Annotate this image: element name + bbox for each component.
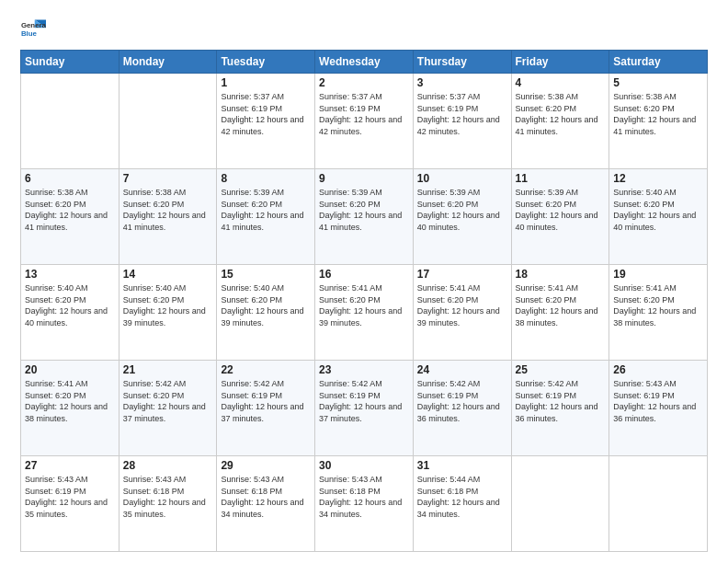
day-info: Sunrise: 5:42 AM Sunset: 6:19 PM Dayligh… xyxy=(516,378,606,424)
calendar-cell xyxy=(511,456,609,552)
day-info: Sunrise: 5:44 AM Sunset: 6:18 PM Dayligh… xyxy=(417,474,507,520)
day-info: Sunrise: 5:42 AM Sunset: 6:19 PM Dayligh… xyxy=(221,378,311,424)
day-info: Sunrise: 5:39 AM Sunset: 6:20 PM Dayligh… xyxy=(319,187,409,233)
day-number: 11 xyxy=(516,172,606,185)
day-info: Sunrise: 5:37 AM Sunset: 6:19 PM Dayligh… xyxy=(221,91,311,137)
day-number: 29 xyxy=(221,459,311,472)
calendar-week-row: 13Sunrise: 5:40 AM Sunset: 6:20 PM Dayli… xyxy=(21,265,708,361)
page-header: General Blue xyxy=(20,17,708,42)
day-info: Sunrise: 5:37 AM Sunset: 6:19 PM Dayligh… xyxy=(319,91,409,137)
calendar-cell: 3Sunrise: 5:37 AM Sunset: 6:19 PM Daylig… xyxy=(413,74,511,169)
day-number: 21 xyxy=(123,363,213,376)
day-info: Sunrise: 5:43 AM Sunset: 6:18 PM Dayligh… xyxy=(319,474,409,520)
svg-text:General: General xyxy=(21,21,46,29)
calendar-cell: 17Sunrise: 5:41 AM Sunset: 6:20 PM Dayli… xyxy=(413,265,511,361)
day-info: Sunrise: 5:43 AM Sunset: 6:18 PM Dayligh… xyxy=(123,474,213,520)
calendar-cell: 21Sunrise: 5:42 AM Sunset: 6:20 PM Dayli… xyxy=(119,361,217,456)
calendar-table: SundayMondayTuesdayWednesdayThursdayFrid… xyxy=(20,50,708,552)
calendar-cell: 7Sunrise: 5:38 AM Sunset: 6:20 PM Daylig… xyxy=(119,169,217,265)
day-info: Sunrise: 5:40 AM Sunset: 6:20 PM Dayligh… xyxy=(221,282,311,328)
calendar-cell: 22Sunrise: 5:42 AM Sunset: 6:19 PM Dayli… xyxy=(217,361,315,456)
calendar-week-row: 6Sunrise: 5:38 AM Sunset: 6:20 PM Daylig… xyxy=(21,169,708,265)
calendar-cell: 28Sunrise: 5:43 AM Sunset: 6:18 PM Dayli… xyxy=(119,456,217,552)
calendar-cell: 11Sunrise: 5:39 AM Sunset: 6:20 PM Dayli… xyxy=(511,169,609,265)
calendar-cell: 20Sunrise: 5:41 AM Sunset: 6:20 PM Dayli… xyxy=(21,361,119,456)
day-number: 12 xyxy=(613,172,703,185)
calendar-cell: 18Sunrise: 5:41 AM Sunset: 6:20 PM Dayli… xyxy=(511,265,609,361)
day-info: Sunrise: 5:41 AM Sunset: 6:20 PM Dayligh… xyxy=(516,282,606,328)
day-info: Sunrise: 5:41 AM Sunset: 6:20 PM Dayligh… xyxy=(25,378,115,424)
day-number: 4 xyxy=(516,76,606,89)
calendar-page: General Blue SundayMondayTuesdayWednesda… xyxy=(0,0,728,563)
day-info: Sunrise: 5:41 AM Sunset: 6:20 PM Dayligh… xyxy=(417,282,507,328)
day-info: Sunrise: 5:42 AM Sunset: 6:19 PM Dayligh… xyxy=(319,378,409,424)
day-info: Sunrise: 5:40 AM Sunset: 6:20 PM Dayligh… xyxy=(123,282,213,328)
day-number: 5 xyxy=(613,76,703,89)
day-info: Sunrise: 5:42 AM Sunset: 6:20 PM Dayligh… xyxy=(123,378,213,424)
day-number: 9 xyxy=(319,172,409,185)
day-number: 7 xyxy=(123,172,213,185)
calendar-week-row: 1Sunrise: 5:37 AM Sunset: 6:19 PM Daylig… xyxy=(21,74,708,169)
day-info: Sunrise: 5:38 AM Sunset: 6:20 PM Dayligh… xyxy=(25,187,115,233)
day-info: Sunrise: 5:39 AM Sunset: 6:20 PM Dayligh… xyxy=(417,187,507,233)
weekday-header-sunday: Sunday xyxy=(21,51,119,74)
calendar-cell: 16Sunrise: 5:41 AM Sunset: 6:20 PM Dayli… xyxy=(315,265,414,361)
day-info: Sunrise: 5:43 AM Sunset: 6:18 PM Dayligh… xyxy=(221,474,311,520)
day-info: Sunrise: 5:41 AM Sunset: 6:20 PM Dayligh… xyxy=(319,282,409,328)
calendar-cell xyxy=(119,74,217,169)
day-number: 25 xyxy=(516,363,606,376)
logo-icon: General Blue xyxy=(20,17,46,42)
calendar-cell xyxy=(21,74,119,169)
calendar-cell: 24Sunrise: 5:42 AM Sunset: 6:19 PM Dayli… xyxy=(413,361,511,456)
calendar-cell: 10Sunrise: 5:39 AM Sunset: 6:20 PM Dayli… xyxy=(413,169,511,265)
day-number: 30 xyxy=(319,459,409,472)
calendar-cell: 19Sunrise: 5:41 AM Sunset: 6:20 PM Dayli… xyxy=(609,265,708,361)
calendar-cell: 31Sunrise: 5:44 AM Sunset: 6:18 PM Dayli… xyxy=(413,456,511,552)
weekday-header-saturday: Saturday xyxy=(609,51,708,74)
day-info: Sunrise: 5:39 AM Sunset: 6:20 PM Dayligh… xyxy=(516,187,606,233)
day-number: 18 xyxy=(516,268,606,281)
calendar-cell: 12Sunrise: 5:40 AM Sunset: 6:20 PM Dayli… xyxy=(609,169,708,265)
day-number: 17 xyxy=(417,268,507,281)
day-number: 6 xyxy=(25,172,115,185)
day-info: Sunrise: 5:38 AM Sunset: 6:20 PM Dayligh… xyxy=(613,91,703,137)
day-info: Sunrise: 5:42 AM Sunset: 6:19 PM Dayligh… xyxy=(417,378,507,424)
weekday-header-friday: Friday xyxy=(511,51,609,74)
calendar-week-row: 27Sunrise: 5:43 AM Sunset: 6:19 PM Dayli… xyxy=(21,456,708,552)
day-number: 14 xyxy=(123,268,213,281)
svg-text:Blue: Blue xyxy=(21,29,38,38)
day-info: Sunrise: 5:43 AM Sunset: 6:19 PM Dayligh… xyxy=(25,474,115,520)
day-number: 28 xyxy=(123,459,213,472)
calendar-cell xyxy=(609,456,708,552)
day-info: Sunrise: 5:39 AM Sunset: 6:20 PM Dayligh… xyxy=(221,187,311,233)
day-info: Sunrise: 5:43 AM Sunset: 6:19 PM Dayligh… xyxy=(613,378,703,424)
day-number: 23 xyxy=(319,363,409,376)
day-number: 13 xyxy=(25,268,115,281)
calendar-cell: 23Sunrise: 5:42 AM Sunset: 6:19 PM Dayli… xyxy=(315,361,414,456)
weekday-header-monday: Monday xyxy=(119,51,217,74)
day-info: Sunrise: 5:38 AM Sunset: 6:20 PM Dayligh… xyxy=(123,187,213,233)
weekday-header-wednesday: Wednesday xyxy=(315,51,414,74)
calendar-cell: 14Sunrise: 5:40 AM Sunset: 6:20 PM Dayli… xyxy=(119,265,217,361)
calendar-cell: 8Sunrise: 5:39 AM Sunset: 6:20 PM Daylig… xyxy=(217,169,315,265)
calendar-cell: 1Sunrise: 5:37 AM Sunset: 6:19 PM Daylig… xyxy=(217,74,315,169)
day-info: Sunrise: 5:40 AM Sunset: 6:20 PM Dayligh… xyxy=(25,282,115,328)
weekday-header-thursday: Thursday xyxy=(413,51,511,74)
calendar-cell: 9Sunrise: 5:39 AM Sunset: 6:20 PM Daylig… xyxy=(315,169,414,265)
day-number: 3 xyxy=(417,76,507,89)
calendar-cell: 5Sunrise: 5:38 AM Sunset: 6:20 PM Daylig… xyxy=(609,74,708,169)
logo: General Blue xyxy=(20,17,46,42)
day-number: 24 xyxy=(417,363,507,376)
day-number: 31 xyxy=(417,459,507,472)
day-number: 1 xyxy=(221,76,311,89)
day-number: 22 xyxy=(221,363,311,376)
day-info: Sunrise: 5:38 AM Sunset: 6:20 PM Dayligh… xyxy=(516,91,606,137)
calendar-cell: 26Sunrise: 5:43 AM Sunset: 6:19 PM Dayli… xyxy=(609,361,708,456)
weekday-header-row: SundayMondayTuesdayWednesdayThursdayFrid… xyxy=(21,51,708,74)
weekday-header-tuesday: Tuesday xyxy=(217,51,315,74)
day-number: 8 xyxy=(221,172,311,185)
day-number: 26 xyxy=(613,363,703,376)
day-number: 16 xyxy=(319,268,409,281)
calendar-week-row: 20Sunrise: 5:41 AM Sunset: 6:20 PM Dayli… xyxy=(21,361,708,456)
day-info: Sunrise: 5:40 AM Sunset: 6:20 PM Dayligh… xyxy=(613,187,703,233)
